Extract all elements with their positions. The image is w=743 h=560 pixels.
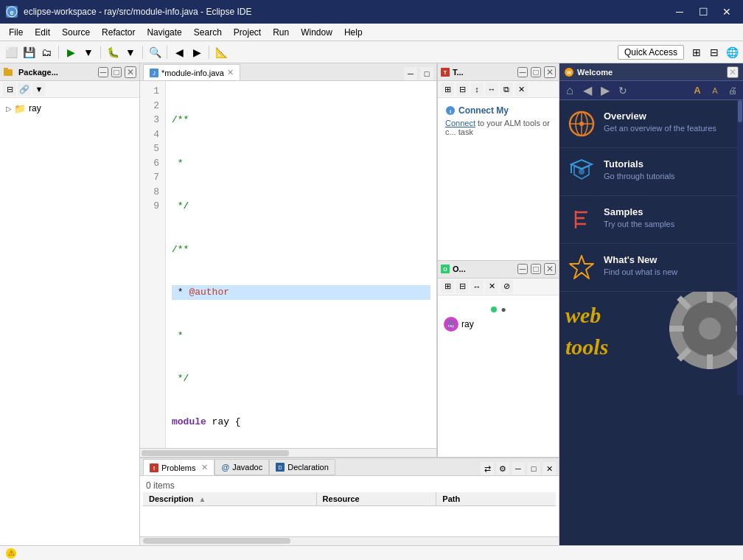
menu-refactor[interactable]: Refactor (96, 26, 141, 39)
tasks-max-button[interactable]: □ (531, 67, 541, 77)
bottom-sync-btn[interactable]: ⇄ (481, 462, 494, 475)
outline-btn1[interactable]: ⊞ (441, 280, 454, 293)
package-explorer-close-button[interactable]: ✕ (125, 66, 136, 78)
problems-tab-close[interactable]: ✕ (201, 463, 208, 472)
toolbar-debug-dropdown[interactable]: ▼ (122, 44, 139, 60)
welcome-item-whats-new[interactable]: What's New Find out what is new (559, 244, 743, 292)
tab-declaration[interactable]: D Declaration (269, 459, 335, 475)
menu-project[interactable]: Project (228, 26, 267, 39)
bottom-min-btn[interactable]: ─ (512, 462, 525, 475)
tab-javadoc[interactable]: @ Javadoc (214, 459, 269, 475)
code-content[interactable]: 1 2 3 4 5 6 7 8 9 /** * */ /** (140, 81, 436, 448)
toolbar-forward-button[interactable]: ▶ (189, 44, 205, 60)
whats-new-desc: Find out what is new (604, 267, 677, 276)
pe-link-btn[interactable]: 🔗 (18, 83, 31, 96)
tasks-btn5[interactable]: ⧉ (500, 83, 513, 96)
bottom-btn2[interactable]: ⚙ (496, 462, 509, 475)
welcome-nav-zoom-in[interactable]: A (690, 85, 705, 96)
quick-access-button[interactable]: Quick Access (618, 45, 684, 60)
tasks-btn2[interactable]: ⊟ (456, 83, 469, 96)
tasks-btn4[interactable]: ↔ (485, 83, 498, 96)
editor-max-button[interactable]: □ (420, 67, 433, 80)
scrollbar-thumb[interactable] (142, 450, 289, 456)
toolbar-save-all-button[interactable]: 🗂 (38, 44, 55, 60)
editor-scrollbar-h[interactable] (140, 448, 436, 457)
menu-window[interactable]: Window (295, 26, 338, 39)
toolbar-run-dropdown[interactable]: ▼ (80, 44, 97, 60)
menu-search[interactable]: Search (188, 26, 228, 39)
package-explorer-content: ▷ 📁 ray (0, 98, 139, 545)
outline-btn5[interactable]: ⊘ (500, 280, 513, 293)
tasks-panel-title: T... (453, 68, 514, 77)
tasks-btn3[interactable]: ↕ (470, 83, 484, 96)
package-explorer-max-button[interactable]: □ (111, 67, 122, 77)
tutorials-title: Tutorials (604, 158, 675, 169)
pe-collapse-btn[interactable]: ⊟ (3, 83, 16, 96)
welcome-item-overview[interactable]: Overview Get an overview of the features (559, 100, 743, 148)
toolbar-new-button[interactable]: ⬜ (3, 44, 19, 60)
welcome-nav-forward[interactable]: ▶ (598, 83, 613, 97)
bottom-max-btn[interactable]: □ (527, 462, 540, 475)
package-explorer-min-button[interactable]: ─ (98, 67, 108, 77)
col-resource-label: Resource (323, 494, 360, 503)
welcome-item-tutorials[interactable]: Tutorials Go through tutorials (559, 148, 743, 196)
welcome-title: Welcome (577, 68, 727, 77)
toolbar-back-button[interactable]: ◀ (171, 44, 187, 60)
code-line-3: */ (172, 199, 430, 214)
menu-source[interactable]: Source (56, 26, 96, 39)
toolbar-search-button[interactable]: 🔍 (147, 44, 163, 60)
welcome-nav-zoom-out[interactable]: A (708, 86, 722, 95)
toolbar-run-button[interactable]: ▶ (63, 44, 79, 60)
tab-problems[interactable]: ! Problems ✕ (143, 459, 214, 475)
outline-btn3[interactable]: ↔ (470, 280, 484, 293)
tasks-btn6[interactable]: ✕ (514, 83, 528, 96)
bottom-scroll-thumb[interactable] (143, 538, 290, 544)
welcome-nav-print[interactable]: 🖨 (725, 85, 740, 96)
outline-panel-title: O... (453, 265, 514, 273)
bottom-scrollbar[interactable] (140, 536, 559, 545)
toolbar-save-button[interactable]: 💾 (21, 44, 37, 60)
outline-min-button[interactable]: ─ (517, 264, 528, 274)
outline-btn2[interactable]: ⊟ (456, 280, 469, 293)
menu-file[interactable]: File (3, 26, 29, 39)
menu-run[interactable]: Run (267, 26, 295, 39)
outline-close-button[interactable]: ✕ (544, 263, 556, 275)
editor-min-button[interactable]: ─ (404, 67, 417, 80)
toolbar-debug-button[interactable]: 🐛 (105, 44, 121, 60)
menu-navigate[interactable]: Navigate (141, 26, 187, 39)
toolbar-view-btn1[interactable]: ⊞ (688, 44, 705, 60)
welcome-close-button[interactable]: ✕ (727, 66, 739, 78)
toolbar-view-btn3[interactable]: 🌐 (724, 44, 740, 60)
pe-menu-btn[interactable]: ▼ (32, 83, 46, 96)
tasks-btn1[interactable]: ⊞ (441, 83, 454, 96)
welcome-scroll-thumb[interactable] (738, 100, 742, 122)
outline-btn4[interactable]: ✕ (485, 280, 498, 293)
tasks-min-button[interactable]: ─ (517, 67, 528, 77)
tree-item-ray[interactable]: ▷ 📁 ray (3, 101, 136, 116)
minimize-button[interactable]: ─ (669, 4, 690, 20)
welcome-nav-back[interactable]: ◀ (580, 83, 595, 97)
menu-edit[interactable]: Edit (29, 26, 56, 39)
package-explorer-title: Package... (18, 68, 95, 77)
toolbar-perspective-button[interactable]: 📐 (213, 44, 229, 60)
col-resource[interactable]: Resource (317, 492, 437, 505)
bottom-close-btn[interactable]: ✕ (543, 462, 556, 475)
toolbar-view-btn2[interactable]: ⊟ (706, 44, 722, 60)
line-num-9: 9 (146, 199, 159, 214)
col-description[interactable]: Description ▲ (143, 492, 317, 505)
outline-item-ray[interactable]: ray ray (441, 315, 556, 334)
col-path[interactable]: Path (436, 492, 556, 505)
outline-max-button[interactable]: □ (531, 264, 541, 274)
svg-text:i: i (450, 108, 451, 115)
welcome-nav-home[interactable]: ⌂ (562, 84, 577, 97)
code-lines[interactable]: /** * */ /** * @author * */ module ray {… (166, 81, 436, 448)
editor-tab-close[interactable]: ✕ (227, 68, 234, 77)
restore-button[interactable]: ☐ (693, 4, 714, 20)
editor-tab-module-info[interactable]: J *module-info.java ✕ (143, 64, 240, 80)
welcome-nav-refresh[interactable]: ↻ (615, 85, 630, 97)
close-button[interactable]: ✕ (716, 4, 737, 20)
menu-help[interactable]: Help (338, 26, 369, 39)
connect-link[interactable]: Connect (445, 119, 475, 127)
tasks-close-button[interactable]: ✕ (544, 66, 556, 78)
welcome-item-samples[interactable]: Samples Try out the samples (559, 196, 743, 244)
